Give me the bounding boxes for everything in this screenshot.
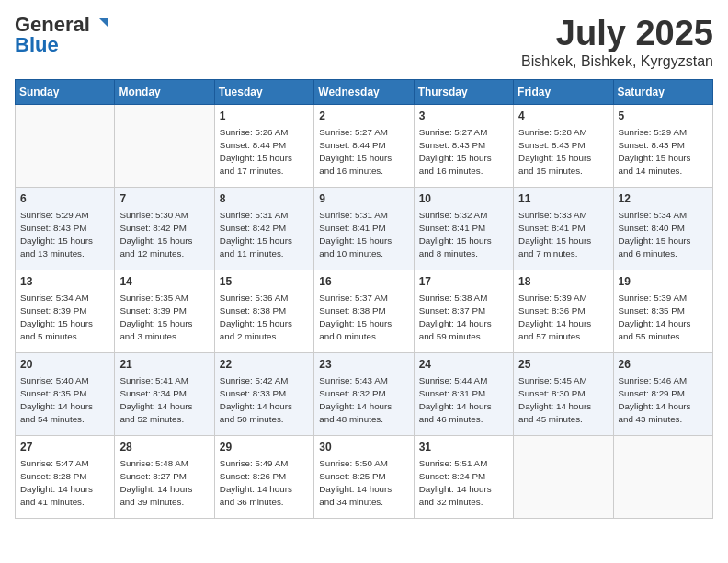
calendar-cell: 6Sunrise: 5:29 AM Sunset: 8:43 PM Daylig… bbox=[16, 187, 115, 270]
day-number: 22 bbox=[220, 357, 309, 373]
day-info: Sunrise: 5:29 AM Sunset: 8:43 PM Dayligh… bbox=[20, 209, 109, 261]
day-info: Sunrise: 5:39 AM Sunset: 8:36 PM Dayligh… bbox=[518, 292, 608, 344]
day-number: 7 bbox=[119, 191, 209, 207]
weekday-header: Monday bbox=[115, 79, 214, 104]
day-info: Sunrise: 5:27 AM Sunset: 8:43 PM Dayligh… bbox=[419, 126, 508, 178]
day-info: Sunrise: 5:38 AM Sunset: 8:37 PM Dayligh… bbox=[419, 292, 508, 344]
day-number: 11 bbox=[518, 191, 608, 207]
weekday-header: Sunday bbox=[16, 79, 115, 104]
calendar-week-row: 20Sunrise: 5:40 AM Sunset: 8:35 PM Dayli… bbox=[16, 352, 713, 435]
calendar-table: SundayMondayTuesdayWednesdayThursdayFrid… bbox=[15, 79, 713, 519]
day-number: 12 bbox=[619, 191, 708, 207]
day-info: Sunrise: 5:42 AM Sunset: 8:33 PM Dayligh… bbox=[220, 374, 309, 427]
weekday-header-row: SundayMondayTuesdayWednesdayThursdayFrid… bbox=[16, 79, 713, 104]
day-number: 28 bbox=[119, 440, 209, 455]
day-number: 26 bbox=[619, 357, 708, 373]
day-info: Sunrise: 5:45 AM Sunset: 8:30 PM Dayligh… bbox=[518, 374, 608, 427]
calendar-cell: 16Sunrise: 5:37 AM Sunset: 8:38 PM Dayli… bbox=[314, 270, 414, 352]
day-info: Sunrise: 5:36 AM Sunset: 8:38 PM Dayligh… bbox=[220, 292, 309, 344]
day-number: 16 bbox=[319, 274, 408, 290]
day-number: 24 bbox=[419, 357, 508, 373]
weekday-header: Tuesday bbox=[214, 79, 313, 104]
calendar-cell: 1Sunrise: 5:26 AM Sunset: 8:44 PM Daylig… bbox=[214, 104, 313, 187]
day-number: 9 bbox=[319, 191, 408, 207]
calendar-cell: 5Sunrise: 5:29 AM Sunset: 8:43 PM Daylig… bbox=[613, 104, 712, 187]
calendar-cell: 27Sunrise: 5:47 AM Sunset: 8:28 PM Dayli… bbox=[16, 435, 115, 518]
calendar-cell: 9Sunrise: 5:31 AM Sunset: 8:41 PM Daylig… bbox=[314, 187, 414, 270]
calendar-cell: 15Sunrise: 5:36 AM Sunset: 8:38 PM Dayli… bbox=[214, 270, 313, 352]
calendar-cell bbox=[16, 104, 115, 187]
day-info: Sunrise: 5:26 AM Sunset: 8:44 PM Dayligh… bbox=[220, 126, 309, 178]
day-info: Sunrise: 5:34 AM Sunset: 8:39 PM Dayligh… bbox=[20, 292, 109, 344]
svg-marker-0 bbox=[99, 18, 108, 28]
day-number: 27 bbox=[20, 440, 109, 455]
day-number: 1 bbox=[220, 109, 309, 124]
calendar-cell: 4Sunrise: 5:28 AM Sunset: 8:43 PM Daylig… bbox=[514, 104, 613, 187]
day-info: Sunrise: 5:29 AM Sunset: 8:43 PM Dayligh… bbox=[619, 126, 708, 178]
logo-icon bbox=[92, 15, 112, 35]
day-info: Sunrise: 5:28 AM Sunset: 8:43 PM Dayligh… bbox=[518, 126, 608, 178]
calendar-week-row: 13Sunrise: 5:34 AM Sunset: 8:39 PM Dayli… bbox=[16, 270, 713, 352]
weekday-header: Friday bbox=[514, 79, 613, 104]
day-info: Sunrise: 5:32 AM Sunset: 8:41 PM Dayligh… bbox=[419, 209, 508, 261]
calendar-cell bbox=[514, 435, 613, 518]
day-number: 3 bbox=[419, 109, 508, 124]
day-number: 14 bbox=[119, 274, 209, 290]
day-info: Sunrise: 5:43 AM Sunset: 8:32 PM Dayligh… bbox=[319, 374, 408, 427]
logo-blue-text: Blue bbox=[15, 35, 59, 55]
calendar-cell: 30Sunrise: 5:50 AM Sunset: 8:25 PM Dayli… bbox=[314, 435, 414, 518]
calendar-cell: 21Sunrise: 5:41 AM Sunset: 8:34 PM Dayli… bbox=[115, 352, 214, 435]
day-info: Sunrise: 5:31 AM Sunset: 8:42 PM Dayligh… bbox=[220, 209, 309, 261]
calendar-cell: 13Sunrise: 5:34 AM Sunset: 8:39 PM Dayli… bbox=[16, 270, 115, 352]
day-number: 6 bbox=[20, 191, 109, 207]
day-number: 17 bbox=[419, 274, 508, 290]
calendar-cell: 3Sunrise: 5:27 AM Sunset: 8:43 PM Daylig… bbox=[414, 104, 513, 187]
title-block: July 2025 Bishkek, Bishkek, Kyrgyzstan bbox=[521, 15, 713, 70]
day-number: 21 bbox=[119, 357, 209, 373]
day-number: 25 bbox=[518, 357, 608, 373]
day-info: Sunrise: 5:35 AM Sunset: 8:39 PM Dayligh… bbox=[119, 292, 209, 344]
calendar-cell: 23Sunrise: 5:43 AM Sunset: 8:32 PM Dayli… bbox=[314, 352, 414, 435]
day-number: 10 bbox=[419, 191, 508, 207]
calendar-cell: 22Sunrise: 5:42 AM Sunset: 8:33 PM Dayli… bbox=[214, 352, 313, 435]
day-number: 5 bbox=[619, 109, 708, 124]
calendar-cell: 10Sunrise: 5:32 AM Sunset: 8:41 PM Dayli… bbox=[414, 187, 513, 270]
day-number: 23 bbox=[319, 357, 408, 373]
calendar-cell: 18Sunrise: 5:39 AM Sunset: 8:36 PM Dayli… bbox=[514, 270, 613, 352]
day-number: 18 bbox=[518, 274, 608, 290]
calendar-cell: 24Sunrise: 5:44 AM Sunset: 8:31 PM Dayli… bbox=[414, 352, 513, 435]
day-info: Sunrise: 5:33 AM Sunset: 8:41 PM Dayligh… bbox=[518, 209, 608, 261]
day-info: Sunrise: 5:37 AM Sunset: 8:38 PM Dayligh… bbox=[319, 292, 408, 344]
day-info: Sunrise: 5:30 AM Sunset: 8:42 PM Dayligh… bbox=[119, 209, 209, 261]
page-header: General Blue July 2025 Bishkek, Bishkek,… bbox=[15, 15, 713, 70]
weekday-header: Saturday bbox=[613, 79, 712, 104]
calendar-cell: 25Sunrise: 5:45 AM Sunset: 8:30 PM Dayli… bbox=[514, 352, 613, 435]
calendar-cell: 14Sunrise: 5:35 AM Sunset: 8:39 PM Dayli… bbox=[115, 270, 214, 352]
day-info: Sunrise: 5:47 AM Sunset: 8:28 PM Dayligh… bbox=[20, 457, 109, 510]
logo-general-text: General bbox=[15, 15, 90, 35]
calendar-week-row: 1Sunrise: 5:26 AM Sunset: 8:44 PM Daylig… bbox=[16, 104, 713, 187]
logo: General Blue bbox=[15, 15, 112, 55]
calendar-cell: 2Sunrise: 5:27 AM Sunset: 8:44 PM Daylig… bbox=[314, 104, 414, 187]
day-info: Sunrise: 5:40 AM Sunset: 8:35 PM Dayligh… bbox=[20, 374, 109, 427]
day-info: Sunrise: 5:50 AM Sunset: 8:25 PM Dayligh… bbox=[319, 457, 408, 510]
day-number: 29 bbox=[220, 440, 309, 455]
day-number: 20 bbox=[20, 357, 109, 373]
calendar-cell: 28Sunrise: 5:48 AM Sunset: 8:27 PM Dayli… bbox=[115, 435, 214, 518]
day-info: Sunrise: 5:34 AM Sunset: 8:40 PM Dayligh… bbox=[619, 209, 708, 261]
day-info: Sunrise: 5:48 AM Sunset: 8:27 PM Dayligh… bbox=[119, 457, 209, 510]
calendar-week-row: 27Sunrise: 5:47 AM Sunset: 8:28 PM Dayli… bbox=[16, 435, 713, 518]
day-info: Sunrise: 5:41 AM Sunset: 8:34 PM Dayligh… bbox=[119, 374, 209, 427]
day-number: 2 bbox=[319, 109, 408, 124]
calendar-title: July 2025 bbox=[521, 15, 713, 53]
day-number: 31 bbox=[419, 440, 508, 455]
day-info: Sunrise: 5:31 AM Sunset: 8:41 PM Dayligh… bbox=[319, 209, 408, 261]
calendar-cell bbox=[613, 435, 712, 518]
calendar-cell: 29Sunrise: 5:49 AM Sunset: 8:26 PM Dayli… bbox=[214, 435, 313, 518]
day-info: Sunrise: 5:27 AM Sunset: 8:44 PM Dayligh… bbox=[319, 126, 408, 178]
weekday-header: Thursday bbox=[414, 79, 513, 104]
day-number: 4 bbox=[518, 109, 608, 124]
day-number: 30 bbox=[319, 440, 408, 455]
calendar-cell: 17Sunrise: 5:38 AM Sunset: 8:37 PM Dayli… bbox=[414, 270, 513, 352]
weekday-header: Wednesday bbox=[314, 79, 414, 104]
